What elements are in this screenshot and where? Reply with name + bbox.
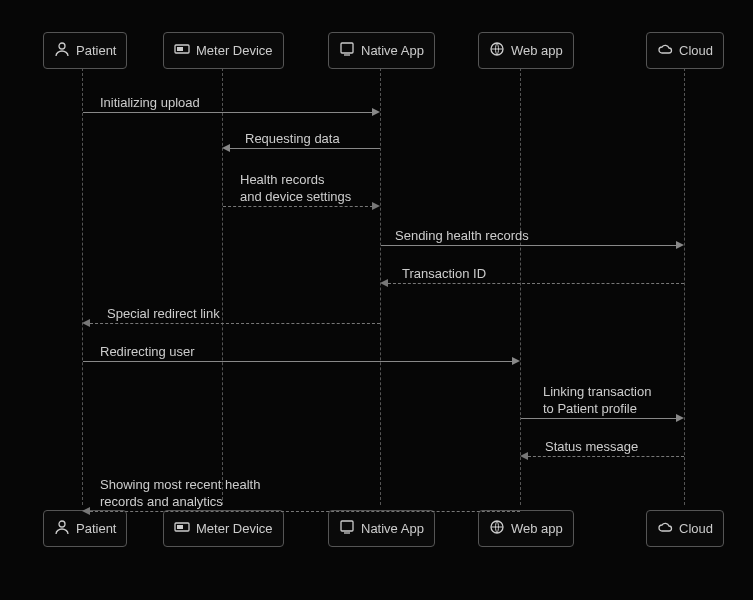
- message-arrow: [223, 206, 373, 207]
- person-icon: [54, 41, 70, 60]
- actor-label: Web app: [511, 521, 563, 536]
- actor-web-bottom: Web app: [478, 510, 574, 547]
- actor-label: Cloud: [679, 521, 713, 536]
- arrowhead-icon: [372, 108, 380, 116]
- actor-meter-bottom: Meter Device: [163, 510, 284, 547]
- message-arrow: [381, 245, 677, 246]
- actor-meter-top: Meter Device: [163, 32, 284, 69]
- message-label: Linking transaction to Patient profile: [543, 384, 651, 418]
- arrowhead-icon: [676, 414, 684, 422]
- monitor-icon: [339, 519, 355, 538]
- message-label: Transaction ID: [402, 266, 486, 283]
- actor-label: Native App: [361, 43, 424, 58]
- message-label: Requesting data: [245, 131, 340, 148]
- cloud-icon: [657, 519, 673, 538]
- arrowhead-icon: [82, 319, 90, 327]
- actor-cloud-bottom: Cloud: [646, 510, 724, 547]
- message-label: Special redirect link: [107, 306, 220, 323]
- meter-icon: [174, 519, 190, 538]
- actor-native-bottom: Native App: [328, 510, 435, 547]
- message-label: Showing most recent health records and a…: [100, 477, 260, 511]
- arrowhead-icon: [676, 241, 684, 249]
- message-label: Health records and device settings: [240, 172, 351, 206]
- arrowhead-icon: [82, 507, 90, 515]
- arrowhead-icon: [380, 279, 388, 287]
- message-arrow: [90, 323, 380, 324]
- message-arrow: [83, 361, 513, 362]
- actor-label: Native App: [361, 521, 424, 536]
- actor-label: Patient: [76, 521, 116, 536]
- lifeline-cloud: [684, 68, 685, 505]
- lifeline-meter: [222, 68, 223, 505]
- globe-icon: [489, 519, 505, 538]
- cloud-icon: [657, 41, 673, 60]
- message-label: Initializing upload: [100, 95, 200, 112]
- actor-native-top: Native App: [328, 32, 435, 69]
- lifeline-web: [520, 68, 521, 505]
- monitor-icon: [339, 41, 355, 60]
- arrowhead-icon: [520, 452, 528, 460]
- message-arrow: [521, 418, 677, 419]
- message-arrow: [388, 283, 684, 284]
- actor-patient-top: Patient: [43, 32, 127, 69]
- message-arrow: [83, 112, 373, 113]
- message-arrow: [230, 148, 380, 149]
- actor-label: Meter Device: [196, 43, 273, 58]
- lifeline-patient: [82, 68, 83, 505]
- globe-icon: [489, 41, 505, 60]
- actor-patient-bottom: Patient: [43, 510, 127, 547]
- person-icon: [54, 519, 70, 538]
- actor-label: Web app: [511, 43, 563, 58]
- arrowhead-icon: [512, 357, 520, 365]
- actor-label: Meter Device: [196, 521, 273, 536]
- message-label: Sending health records: [395, 228, 529, 245]
- actor-cloud-top: Cloud: [646, 32, 724, 69]
- meter-icon: [174, 41, 190, 60]
- message-arrow: [528, 456, 684, 457]
- arrowhead-icon: [222, 144, 230, 152]
- message-arrow: [90, 511, 520, 512]
- actor-label: Cloud: [679, 43, 713, 58]
- arrowhead-icon: [372, 202, 380, 210]
- actor-label: Patient: [76, 43, 116, 58]
- message-label: Redirecting user: [100, 344, 195, 361]
- actor-web-top: Web app: [478, 32, 574, 69]
- message-label: Status message: [545, 439, 638, 456]
